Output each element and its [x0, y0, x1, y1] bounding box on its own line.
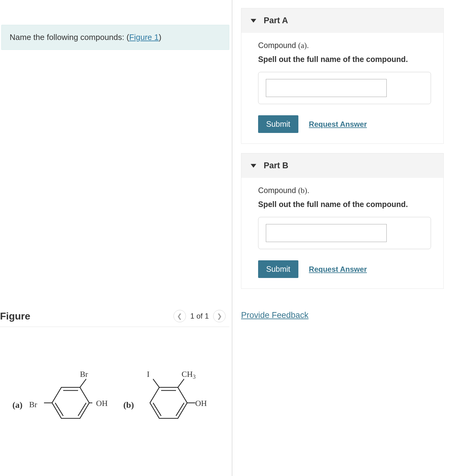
svg-marker-7	[150, 387, 187, 418]
part-a-header[interactable]: Part A	[241, 8, 443, 33]
molecule-b-right-substituent: OH	[195, 399, 207, 408]
molecule-b-ring	[138, 377, 196, 429]
prompt-text-before: Name the following compounds: (	[10, 33, 129, 42]
provide-feedback-link[interactable]: Provide Feedback	[241, 311, 309, 320]
chevron-right-icon: ❯	[217, 312, 222, 320]
figure-title: Figure	[0, 311, 30, 322]
figure-panel: Figure ❮ 1 of 1 ❯ (a) Br	[0, 310, 229, 466]
molecule-b-top-left-substituent: I	[147, 370, 150, 379]
chevron-left-icon: ❮	[177, 312, 182, 320]
molecule-a-ring	[40, 377, 92, 429]
part-b-header[interactable]: Part B	[241, 153, 443, 178]
molecule-b-top-right-substituent: CH3	[182, 370, 196, 380]
part-b-answer-box	[258, 217, 431, 249]
molecule-a-top-substituent: Br	[80, 370, 88, 379]
part-b-instruction: Spell out the full name of the compound.	[258, 200, 431, 209]
molecule-a-label: (a)	[12, 400, 23, 410]
part-a-answer-input[interactable]	[266, 79, 387, 97]
pager-text: 1 of 1	[190, 312, 209, 320]
pager-next-button[interactable]: ❯	[213, 310, 226, 322]
chevron-down-icon	[251, 164, 256, 168]
part-b-answer-input[interactable]	[266, 224, 387, 242]
molecule-a-left-substituent: Br	[29, 400, 37, 409]
figure-canvas: (a) Br Br OH (b)	[0, 355, 229, 466]
part-a: Part A Compound (a). Spell out the full …	[241, 8, 444, 144]
question-prompt: Name the following compounds: (Figure 1)	[1, 25, 229, 50]
part-b-title: Part B	[264, 161, 288, 170]
pager-prev-button[interactable]: ❮	[174, 310, 186, 322]
chevron-down-icon	[251, 19, 256, 23]
part-a-instruction: Spell out the full name of the compound.	[258, 55, 431, 64]
svg-marker-0	[52, 387, 89, 418]
molecule-b-label: (b)	[123, 400, 134, 410]
figure-link[interactable]: Figure 1	[129, 33, 159, 42]
prompt-text-after: )	[159, 33, 161, 42]
part-b-compound-line: Compound (b).	[258, 186, 431, 195]
part-a-compound-line: Compound (a).	[258, 41, 431, 50]
figure-pager: ❮ 1 of 1 ❯	[174, 310, 226, 322]
part-b-request-answer-link[interactable]: Request Answer	[309, 265, 367, 274]
part-a-submit-button[interactable]: Submit	[258, 115, 298, 133]
svg-line-11	[153, 379, 159, 387]
molecule-a-right-substituent: OH	[96, 399, 108, 408]
part-a-request-answer-link[interactable]: Request Answer	[309, 120, 367, 129]
part-a-title: Part A	[264, 16, 288, 25]
vertical-divider	[232, 0, 232, 476]
part-a-answer-box	[258, 72, 431, 104]
part-b: Part B Compound (b). Spell out the full …	[241, 153, 444, 289]
part-b-submit-button[interactable]: Submit	[258, 260, 298, 278]
svg-line-6	[80, 379, 86, 387]
